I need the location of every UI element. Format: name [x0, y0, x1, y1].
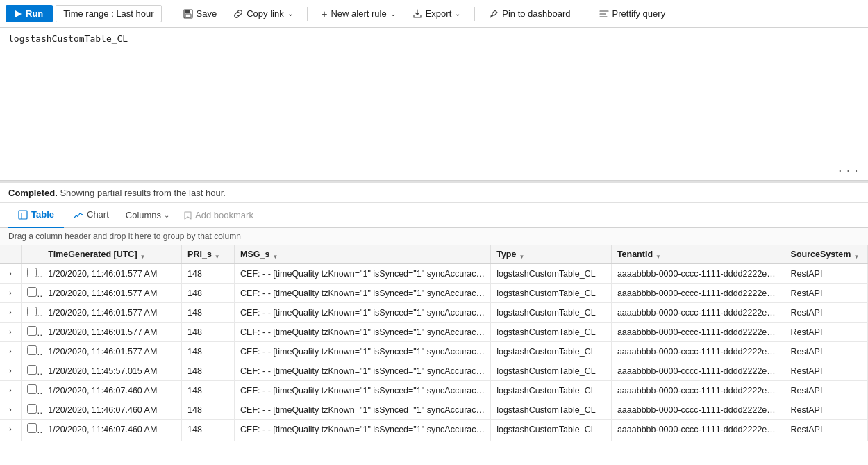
export-icon: [412, 9, 422, 19]
add-bookmark-button[interactable]: Add bookmark: [176, 210, 260, 220]
row-msg: CEF: - - [timeQuality tzKnown="1" isSync…: [235, 400, 491, 420]
row-checkbox[interactable]: [27, 268, 37, 277]
col-source-system[interactable]: SourceSystem: [785, 245, 867, 264]
row-msg: CEF: - - [timeQuality tzKnown="1" isSync…: [235, 284, 491, 303]
save-button[interactable]: Save: [176, 6, 224, 22]
row-tenant: aaaabbbb-0000-cccc-1111-dddd2222eeee: [611, 400, 785, 420]
row-checkbox-cell[interactable]: [21, 420, 42, 439]
row-expand-btn[interactable]: ›: [0, 342, 21, 361]
table-row[interactable]: ›1/20/2020, 11:45:57.015 AM148CEF: - - […: [0, 361, 868, 381]
row-type: logstashCustomTable_CL: [491, 439, 612, 441]
prettify-query-button[interactable]: Prettify query: [592, 6, 673, 22]
row-tenant: aaaabbbb-0000-cccc-1111-dddd2222eeee: [611, 264, 785, 284]
filter-msg-icon[interactable]: [272, 251, 279, 258]
columns-button[interactable]: Columns ⌄: [119, 210, 176, 220]
row-expand-btn[interactable]: ›: [0, 400, 21, 420]
filter-source-icon[interactable]: [853, 251, 860, 258]
tab-chart-label: Chart: [87, 209, 109, 220]
copy-link-button[interactable]: Copy link ⌄: [226, 6, 299, 22]
table-row[interactable]: ›1/20/2020, 11:46:01.577 AM148CEF: - - […: [0, 284, 868, 303]
row-time: 1/20/2020, 11:46:01.577 AM: [42, 323, 182, 342]
tab-chart[interactable]: Chart: [64, 203, 119, 228]
row-checkbox-cell[interactable]: [21, 264, 42, 284]
row-pri: 148: [182, 264, 235, 284]
row-source: RestAPI: [785, 420, 867, 439]
row-pri: 148: [182, 323, 235, 342]
svg-rect-1: [185, 10, 190, 13]
table-row[interactable]: ›1/20/2020, 11:46:01.577 AM148CEF: - - […: [0, 303, 868, 323]
table-row[interactable]: ›1/20/2020, 11:46:07.460 AM148CEF: - - […: [0, 381, 868, 400]
bookmark-icon: [183, 211, 192, 220]
new-alert-rule-label: New alert rule: [331, 8, 386, 19]
row-checkbox[interactable]: [27, 345, 37, 355]
row-checkbox[interactable]: [27, 287, 37, 297]
filter-type-icon[interactable]: [519, 251, 526, 258]
row-checkbox-cell[interactable]: [21, 323, 42, 342]
table-row[interactable]: ›1/20/2020, 11:46:01.577 AM148CEF: - - […: [0, 342, 868, 361]
row-checkbox[interactable]: [27, 423, 37, 433]
export-label: Export: [426, 8, 452, 19]
row-expand-btn[interactable]: ›: [0, 284, 21, 303]
export-chevron: ⌄: [455, 10, 460, 17]
row-msg: CEF: - - [timeQuality tzKnown="1" isSync…: [235, 439, 491, 441]
col-pri-s[interactable]: PRI_s: [182, 245, 235, 264]
col-msg-s[interactable]: MSG_s: [235, 245, 491, 264]
results-table-container[interactable]: TimeGenerated [UTC] PRI_s MSG_s: [0, 245, 868, 441]
row-expand-btn[interactable]: ›: [0, 303, 21, 323]
new-alert-rule-button[interactable]: + New alert rule ⌄: [315, 5, 403, 22]
col-checkbox: [21, 245, 42, 264]
new-alert-chevron: ⌄: [390, 10, 396, 17]
filter-tenant-icon[interactable]: [656, 251, 662, 258]
row-tenant: aaaabbbb-0000-cccc-1111-dddd2222eeee: [611, 420, 785, 439]
row-checkbox-cell[interactable]: [21, 342, 42, 361]
row-checkbox[interactable]: [27, 307, 37, 316]
row-msg: CEF: - - [timeQuality tzKnown="1" isSync…: [235, 361, 491, 381]
table-row[interactable]: ›1/20/2020, 11:46:07.460 AM148CEF: - - […: [0, 439, 868, 441]
row-type: logstashCustomTable_CL: [491, 303, 612, 323]
row-checkbox[interactable]: [27, 404, 37, 414]
row-type: logstashCustomTable_CL: [491, 400, 612, 420]
row-source: RestAPI: [785, 284, 867, 303]
filter-time-icon[interactable]: [140, 251, 147, 258]
divider-2: [307, 7, 308, 21]
row-expand-btn[interactable]: ›: [0, 323, 21, 342]
row-checkbox-cell[interactable]: [21, 284, 42, 303]
row-expand-btn[interactable]: ›: [0, 264, 21, 284]
table-row[interactable]: ›1/20/2020, 11:46:01.577 AM148CEF: - - […: [0, 323, 868, 342]
row-checkbox-cell[interactable]: [21, 400, 42, 420]
save-icon: [183, 9, 193, 19]
time-range-label: Time range : Last hour: [63, 8, 153, 19]
resize-dots: ···: [837, 164, 861, 177]
col-time-generated[interactable]: TimeGenerated [UTC]: [42, 245, 182, 264]
copy-link-label: Copy link: [247, 8, 283, 19]
row-time: 1/20/2020, 11:46:07.460 AM: [42, 420, 182, 439]
row-checkbox[interactable]: [27, 365, 37, 375]
row-msg: CEF: - - [timeQuality tzKnown="1" isSync…: [235, 381, 491, 400]
pin-to-dashboard-button[interactable]: Pin to dashboard: [482, 6, 577, 22]
table-icon: [18, 210, 28, 220]
col-type[interactable]: Type: [491, 245, 612, 264]
tab-table[interactable]: Table: [8, 203, 64, 228]
row-expand-btn[interactable]: ›: [0, 361, 21, 381]
row-expand-btn[interactable]: ›: [0, 381, 21, 400]
drag-hint-text: Drag a column header and drop it here to…: [8, 231, 241, 241]
time-range-button[interactable]: Time range : Last hour: [56, 5, 161, 22]
table-row[interactable]: ›1/20/2020, 11:46:07.460 AM148CEF: - - […: [0, 420, 868, 439]
export-button[interactable]: Export ⌄: [406, 6, 468, 22]
run-button[interactable]: Run: [6, 5, 53, 22]
filter-pri-icon[interactable]: [215, 251, 222, 258]
row-expand-btn[interactable]: ›: [0, 420, 21, 439]
table-row[interactable]: ›1/20/2020, 11:46:07.460 AM148CEF: - - […: [0, 400, 868, 420]
table-row[interactable]: ›1/20/2020, 11:46:01.577 AM148CEF: - - […: [0, 264, 868, 284]
row-expand-btn[interactable]: ›: [0, 439, 21, 441]
row-source: RestAPI: [785, 400, 867, 420]
col-tenant-id[interactable]: TenantId: [611, 245, 785, 264]
row-checkbox-cell[interactable]: [21, 361, 42, 381]
row-checkbox-cell[interactable]: [21, 439, 42, 441]
row-checkbox[interactable]: [27, 326, 37, 336]
query-editor[interactable]: logstashCustomTable_CL ···: [0, 28, 868, 181]
row-checkbox[interactable]: [27, 384, 37, 394]
row-checkbox-cell[interactable]: [21, 303, 42, 323]
row-checkbox-cell[interactable]: [21, 381, 42, 400]
divider-3: [474, 7, 475, 21]
